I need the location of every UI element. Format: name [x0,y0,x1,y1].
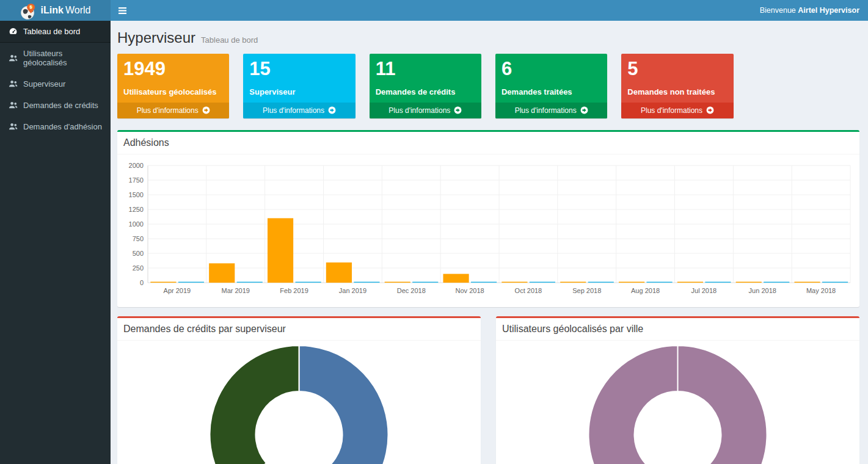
stat-card-utilisateurs-geolocalises: 1949 Utilisateurs géolocalisés Plus d'in… [117,54,229,118]
arrow-circle-right-icon [328,106,336,114]
brand-bold: iLink [41,5,64,15]
more-info-label: Plus d'informations [388,106,450,115]
stat-value: 1949 [123,58,223,80]
svg-text:750: 750 [133,235,144,242]
stat-value: 15 [249,58,349,80]
svg-text:Oct 2018: Oct 2018 [515,287,542,294]
adhesions-box: Adhésions 025050075010001250150017502000… [117,130,859,307]
box-header: Demandes de crédits par superviseur [117,318,481,341]
sidebar-item-label: Utilisateurs géolocalisés [23,49,108,67]
brand-regular: World [65,5,91,15]
stat-label: Utilisateurs géolocalisés [123,87,223,96]
box-header: Utilisateurs géolocalisés par ville [496,318,859,341]
sidebar-item-superviseur[interactable]: Superviseur [0,73,111,95]
svg-text:1500: 1500 [129,191,144,198]
credits-by-supervisor-donut-chart [123,343,475,464]
svg-text:1250: 1250 [129,206,144,213]
svg-text:Sep 2018: Sep 2018 [572,287,601,294]
sidebar-item-utilisateurs-geolocalises[interactable]: Utilisateurs géolocalisés [0,43,111,73]
box-body [496,341,859,464]
box-body [117,341,481,464]
more-info-link[interactable]: Plus d'informations [370,103,481,118]
svg-text:1750: 1750 [129,176,144,184]
more-info-link[interactable]: Plus d'informations [621,103,733,118]
sidebar-item-label: Tableau de bord [23,27,80,36]
svg-text:Jun 2018: Jun 2018 [749,287,776,294]
svg-text:Nov 2018: Nov 2018 [456,287,484,294]
more-info-link[interactable]: Plus d'informations [243,103,355,118]
svg-text:Jan 2019: Jan 2019 [339,287,367,294]
stat-label: Superviseur [249,87,349,96]
stat-cards-row: 1949 Utilisateurs géolocalisés Plus d'in… [117,54,859,118]
box-title: Utilisateurs géolocalisés par ville [502,324,643,334]
sidebar-item-demandes-adhesion[interactable]: Demandes d'adhésion [0,116,111,137]
page-header: Hyperviseur Tableau de bord [117,29,859,46]
more-info-label: Plus d'informations [641,106,702,115]
stat-label: Demandes de crédits [376,87,475,96]
box-title: Demandes de crédits par superviseur [123,324,286,334]
stat-card-demandes-de-credits: 11 Demandes de crédits Plus d'informatio… [370,54,481,118]
svg-text:2000: 2000 [129,162,144,169]
adhesions-bar-chart: 025050075010001250150017502000Apr 2019Ma… [123,161,853,299]
svg-text:Dec 2018: Dec 2018 [397,287,426,294]
box-header: Adhésions [117,132,859,154]
sidebar-item-dashboard[interactable]: Tableau de bord [0,21,111,43]
navbar: Bienvenue Airtel Hypervisor [111,0,868,21]
username: Airtel Hypervisor [798,6,859,15]
svg-text:0: 0 [140,279,144,286]
users-icon [9,79,18,89]
welcome-prefix: Bienvenue [760,6,796,15]
svg-text:Jul 2018: Jul 2018 [691,287,717,294]
svg-text:Feb 2019: Feb 2019 [280,287,308,294]
svg-text:$: $ [29,5,32,10]
stat-card-demandes-traitees: 6 Demandes traitées Plus d'informations [495,54,607,118]
more-info-label: Plus d'informations [515,106,577,115]
box-body: 025050075010001250150017502000Apr 2019Ma… [117,154,859,307]
stat-label: Demandes non traitées [627,87,727,96]
brand-name: iLinkWorld [41,5,91,16]
stat-label: Demandes traitées [501,87,601,96]
globe-pin-logo-icon: $ [20,2,36,18]
arrow-circle-right-icon [706,106,714,114]
sidebar-item-label: Superviseur [23,79,65,89]
more-info-label: Plus d'informations [263,106,324,115]
sidebar-item-label: Demandes de crédits [23,101,98,110]
stat-value: 6 [501,58,601,80]
page-subtitle: Tableau de bord [201,35,258,45]
arrow-circle-right-icon [454,106,462,114]
stat-card-demandes-non-traitees: 5 Demandes non traitées Plus d'informati… [621,54,733,118]
svg-text:Aug 2018: Aug 2018 [631,287,660,294]
stat-value: 5 [627,58,727,80]
box-title: Adhésions [123,137,169,148]
users-icon [9,101,18,110]
users-by-city-donut-chart [502,343,853,464]
user-welcome[interactable]: Bienvenue Airtel Hypervisor [760,6,859,15]
credits-by-supervisor-box: Demandes de crédits par superviseur [117,316,481,464]
users-icon [9,54,18,63]
svg-text:1000: 1000 [129,220,144,228]
svg-text:250: 250 [133,264,144,272]
users-icon [9,122,18,131]
svg-text:500: 500 [133,250,144,257]
arrow-circle-right-icon [580,106,588,114]
dashboard-icon [9,27,18,36]
svg-text:Mar 2019: Mar 2019 [222,287,250,294]
svg-text:Apr 2019: Apr 2019 [164,287,191,294]
top-navbar: $ iLinkWorld Bienvenue Airtel Hypervisor [0,0,868,21]
arrow-circle-right-icon [202,106,210,114]
more-info-link[interactable]: Plus d'informations [117,103,229,118]
sidebar: Tableau de bord Utilisateurs géolocalisé… [0,21,111,464]
users-by-city-box: Utilisateurs géolocalisés par ville [496,316,859,464]
more-info-link[interactable]: Plus d'informations [495,103,607,118]
page-title: Hyperviseur [117,29,195,46]
svg-text:May 2018: May 2018 [806,287,836,294]
stat-value: 11 [376,58,475,80]
more-info-label: Plus d'informations [137,106,199,115]
main-content: Hyperviseur Tableau de bord 1949 Utilisa… [111,21,868,464]
brand-logo[interactable]: $ iLinkWorld [0,0,111,21]
stat-card-superviseur: 15 Superviseur Plus d'informations [243,54,355,118]
hamburger-menu-icon[interactable] [111,0,134,21]
donut-charts-row: Demandes de crédits par superviseur Util… [117,316,859,464]
sidebar-item-demandes-de-credits[interactable]: Demandes de crédits [0,95,111,116]
sidebar-item-label: Demandes d'adhésion [23,122,102,131]
